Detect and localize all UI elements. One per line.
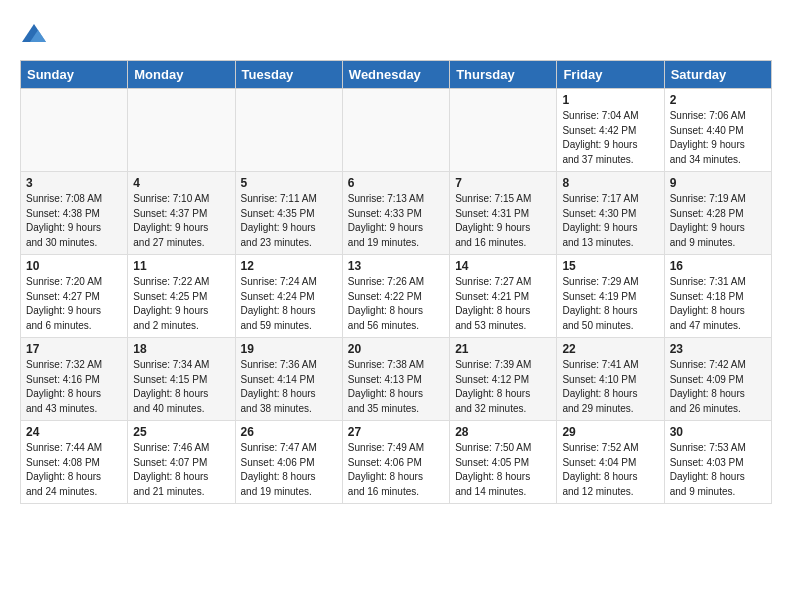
day-number: 20 [348,342,444,356]
calendar-cell: 17Sunrise: 7:32 AM Sunset: 4:16 PM Dayli… [21,338,128,421]
weekday-header: Monday [128,61,235,89]
calendar-cell [342,89,449,172]
calendar-cell: 13Sunrise: 7:26 AM Sunset: 4:22 PM Dayli… [342,255,449,338]
day-info: Sunrise: 7:49 AM Sunset: 4:06 PM Dayligh… [348,441,444,499]
calendar-cell: 6Sunrise: 7:13 AM Sunset: 4:33 PM Daylig… [342,172,449,255]
day-info: Sunrise: 7:26 AM Sunset: 4:22 PM Dayligh… [348,275,444,333]
day-number: 27 [348,425,444,439]
day-number: 21 [455,342,551,356]
day-info: Sunrise: 7:15 AM Sunset: 4:31 PM Dayligh… [455,192,551,250]
weekday-header: Saturday [664,61,771,89]
calendar-cell: 28Sunrise: 7:50 AM Sunset: 4:05 PM Dayli… [450,421,557,504]
calendar-cell: 19Sunrise: 7:36 AM Sunset: 4:14 PM Dayli… [235,338,342,421]
day-info: Sunrise: 7:42 AM Sunset: 4:09 PM Dayligh… [670,358,766,416]
day-number: 17 [26,342,122,356]
day-number: 10 [26,259,122,273]
calendar-cell: 12Sunrise: 7:24 AM Sunset: 4:24 PM Dayli… [235,255,342,338]
calendar-cell: 27Sunrise: 7:49 AM Sunset: 4:06 PM Dayli… [342,421,449,504]
day-number: 7 [455,176,551,190]
day-info: Sunrise: 7:31 AM Sunset: 4:18 PM Dayligh… [670,275,766,333]
calendar-cell: 30Sunrise: 7:53 AM Sunset: 4:03 PM Dayli… [664,421,771,504]
header [20,18,772,50]
logo [20,22,52,50]
day-number: 16 [670,259,766,273]
day-info: Sunrise: 7:47 AM Sunset: 4:06 PM Dayligh… [241,441,337,499]
calendar-cell: 2Sunrise: 7:06 AM Sunset: 4:40 PM Daylig… [664,89,771,172]
calendar-cell [450,89,557,172]
calendar-cell [235,89,342,172]
day-info: Sunrise: 7:52 AM Sunset: 4:04 PM Dayligh… [562,441,658,499]
calendar-cell: 1Sunrise: 7:04 AM Sunset: 4:42 PM Daylig… [557,89,664,172]
day-number: 26 [241,425,337,439]
calendar-table: SundayMondayTuesdayWednesdayThursdayFrid… [20,60,772,504]
day-info: Sunrise: 7:17 AM Sunset: 4:30 PM Dayligh… [562,192,658,250]
day-info: Sunrise: 7:19 AM Sunset: 4:28 PM Dayligh… [670,192,766,250]
weekday-header: Friday [557,61,664,89]
day-info: Sunrise: 7:27 AM Sunset: 4:21 PM Dayligh… [455,275,551,333]
calendar-cell: 24Sunrise: 7:44 AM Sunset: 4:08 PM Dayli… [21,421,128,504]
day-info: Sunrise: 7:32 AM Sunset: 4:16 PM Dayligh… [26,358,122,416]
day-info: Sunrise: 7:29 AM Sunset: 4:19 PM Dayligh… [562,275,658,333]
calendar-cell: 26Sunrise: 7:47 AM Sunset: 4:06 PM Dayli… [235,421,342,504]
day-info: Sunrise: 7:08 AM Sunset: 4:38 PM Dayligh… [26,192,122,250]
calendar-cell: 25Sunrise: 7:46 AM Sunset: 4:07 PM Dayli… [128,421,235,504]
day-number: 11 [133,259,229,273]
calendar-cell: 29Sunrise: 7:52 AM Sunset: 4:04 PM Dayli… [557,421,664,504]
calendar-week-row: 10Sunrise: 7:20 AM Sunset: 4:27 PM Dayli… [21,255,772,338]
day-info: Sunrise: 7:41 AM Sunset: 4:10 PM Dayligh… [562,358,658,416]
calendar-cell: 20Sunrise: 7:38 AM Sunset: 4:13 PM Dayli… [342,338,449,421]
day-number: 2 [670,93,766,107]
day-info: Sunrise: 7:11 AM Sunset: 4:35 PM Dayligh… [241,192,337,250]
day-info: Sunrise: 7:13 AM Sunset: 4:33 PM Dayligh… [348,192,444,250]
calendar-cell: 23Sunrise: 7:42 AM Sunset: 4:09 PM Dayli… [664,338,771,421]
weekday-header: Wednesday [342,61,449,89]
weekday-header: Thursday [450,61,557,89]
calendar-cell: 5Sunrise: 7:11 AM Sunset: 4:35 PM Daylig… [235,172,342,255]
calendar-cell: 18Sunrise: 7:34 AM Sunset: 4:15 PM Dayli… [128,338,235,421]
day-info: Sunrise: 7:46 AM Sunset: 4:07 PM Dayligh… [133,441,229,499]
calendar-cell: 22Sunrise: 7:41 AM Sunset: 4:10 PM Dayli… [557,338,664,421]
day-number: 15 [562,259,658,273]
calendar-header-row: SundayMondayTuesdayWednesdayThursdayFrid… [21,61,772,89]
day-number: 14 [455,259,551,273]
day-number: 6 [348,176,444,190]
calendar-cell: 14Sunrise: 7:27 AM Sunset: 4:21 PM Dayli… [450,255,557,338]
day-number: 3 [26,176,122,190]
calendar-week-row: 17Sunrise: 7:32 AM Sunset: 4:16 PM Dayli… [21,338,772,421]
day-info: Sunrise: 7:36 AM Sunset: 4:14 PM Dayligh… [241,358,337,416]
calendar-week-row: 1Sunrise: 7:04 AM Sunset: 4:42 PM Daylig… [21,89,772,172]
calendar-cell: 8Sunrise: 7:17 AM Sunset: 4:30 PM Daylig… [557,172,664,255]
day-info: Sunrise: 7:53 AM Sunset: 4:03 PM Dayligh… [670,441,766,499]
day-info: Sunrise: 7:24 AM Sunset: 4:24 PM Dayligh… [241,275,337,333]
day-info: Sunrise: 7:38 AM Sunset: 4:13 PM Dayligh… [348,358,444,416]
calendar-cell: 4Sunrise: 7:10 AM Sunset: 4:37 PM Daylig… [128,172,235,255]
weekday-header: Tuesday [235,61,342,89]
day-number: 30 [670,425,766,439]
day-info: Sunrise: 7:20 AM Sunset: 4:27 PM Dayligh… [26,275,122,333]
day-info: Sunrise: 7:39 AM Sunset: 4:12 PM Dayligh… [455,358,551,416]
day-info: Sunrise: 7:50 AM Sunset: 4:05 PM Dayligh… [455,441,551,499]
calendar-cell: 9Sunrise: 7:19 AM Sunset: 4:28 PM Daylig… [664,172,771,255]
logo-icon [20,22,48,50]
day-number: 1 [562,93,658,107]
day-number: 12 [241,259,337,273]
day-info: Sunrise: 7:06 AM Sunset: 4:40 PM Dayligh… [670,109,766,167]
calendar-cell [128,89,235,172]
weekday-header: Sunday [21,61,128,89]
calendar-cell: 16Sunrise: 7:31 AM Sunset: 4:18 PM Dayli… [664,255,771,338]
calendar-cell: 3Sunrise: 7:08 AM Sunset: 4:38 PM Daylig… [21,172,128,255]
day-number: 25 [133,425,229,439]
calendar-week-row: 3Sunrise: 7:08 AM Sunset: 4:38 PM Daylig… [21,172,772,255]
day-info: Sunrise: 7:44 AM Sunset: 4:08 PM Dayligh… [26,441,122,499]
day-number: 23 [670,342,766,356]
day-info: Sunrise: 7:10 AM Sunset: 4:37 PM Dayligh… [133,192,229,250]
day-number: 8 [562,176,658,190]
day-info: Sunrise: 7:04 AM Sunset: 4:42 PM Dayligh… [562,109,658,167]
day-number: 28 [455,425,551,439]
day-number: 24 [26,425,122,439]
calendar-cell: 15Sunrise: 7:29 AM Sunset: 4:19 PM Dayli… [557,255,664,338]
page: SundayMondayTuesdayWednesdayThursdayFrid… [0,0,792,514]
calendar-cell: 7Sunrise: 7:15 AM Sunset: 4:31 PM Daylig… [450,172,557,255]
day-info: Sunrise: 7:34 AM Sunset: 4:15 PM Dayligh… [133,358,229,416]
day-number: 22 [562,342,658,356]
